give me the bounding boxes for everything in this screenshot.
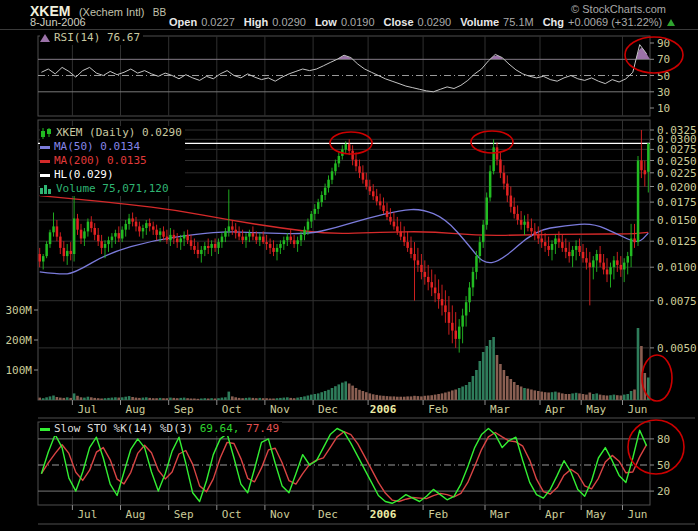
volume-bar bbox=[289, 398, 292, 400]
candle-body bbox=[503, 173, 506, 184]
volume-bar bbox=[413, 396, 416, 400]
volume-bar bbox=[179, 398, 182, 400]
candle-body bbox=[541, 239, 544, 243]
candle-body bbox=[506, 184, 509, 196]
volume-bar bbox=[527, 389, 530, 400]
volume-bar bbox=[231, 396, 234, 400]
volume-bar bbox=[107, 398, 110, 400]
stochastic-legend-label: Slow STO %K(14) %D(3) bbox=[54, 422, 193, 435]
candle-body bbox=[486, 198, 489, 225]
candle-body bbox=[420, 265, 423, 272]
sto-tick-label: 50 bbox=[657, 459, 670, 472]
annotation-ellipse bbox=[625, 37, 683, 73]
volume-bar bbox=[496, 355, 499, 400]
candle-body bbox=[241, 237, 244, 241]
candle-body bbox=[640, 161, 643, 171]
candle-body bbox=[393, 222, 396, 227]
volume-bar bbox=[571, 393, 574, 400]
volume-bar bbox=[73, 393, 76, 400]
volume-bar bbox=[616, 395, 619, 400]
candle-body bbox=[386, 211, 389, 217]
volume-bar bbox=[369, 393, 372, 400]
volume-bar bbox=[166, 398, 169, 400]
volume-bar bbox=[97, 398, 100, 400]
candle-body bbox=[176, 239, 179, 243]
candle-body bbox=[197, 250, 200, 254]
candle-body bbox=[314, 209, 317, 214]
candle-body bbox=[647, 143, 650, 172]
volume-bar bbox=[49, 396, 52, 400]
volume-bar bbox=[585, 395, 588, 400]
annotation-ellipse bbox=[628, 420, 684, 474]
volume-bar bbox=[530, 390, 533, 401]
candle-body bbox=[627, 256, 630, 263]
candle-body bbox=[530, 228, 533, 231]
candle-body bbox=[527, 222, 530, 229]
rsi-indicator-icon bbox=[40, 34, 50, 42]
hl-legend-label: HL(0.029) bbox=[54, 168, 114, 181]
price-tick-label: 0.0100 bbox=[657, 261, 697, 274]
volume-bar bbox=[145, 397, 148, 400]
month-label: Jun bbox=[628, 508, 648, 521]
volume-legend-row: Volume 75,071,120 bbox=[40, 182, 182, 196]
volume-bar bbox=[406, 396, 409, 400]
candle-body bbox=[489, 171, 492, 197]
rsi-line bbox=[41, 45, 646, 92]
volume-bar bbox=[578, 393, 581, 400]
price-tick-label: 0.0075 bbox=[657, 295, 697, 308]
volume-bar bbox=[561, 393, 564, 400]
volume-bar bbox=[637, 328, 640, 400]
candle-body bbox=[516, 214, 519, 220]
volume-bar bbox=[461, 387, 464, 401]
month-label: Jul bbox=[77, 508, 97, 521]
candle-body bbox=[248, 233, 251, 237]
candle-body bbox=[523, 222, 526, 225]
annotation-ellipse bbox=[642, 355, 672, 401]
candle-body bbox=[633, 239, 636, 243]
volume-bar bbox=[317, 393, 320, 400]
price-tick-label: 0.0125 bbox=[657, 235, 697, 248]
volume-bar bbox=[389, 396, 392, 400]
volume-bar bbox=[609, 395, 612, 400]
volume-bar bbox=[396, 397, 399, 400]
volume-bar bbox=[592, 394, 595, 400]
candle-body bbox=[125, 224, 128, 230]
candle-body bbox=[351, 151, 354, 160]
volume-bar bbox=[138, 398, 141, 400]
candle-body bbox=[45, 244, 48, 256]
candle-body bbox=[472, 272, 475, 288]
candle-body bbox=[317, 202, 320, 209]
month-label: Oct bbox=[222, 508, 242, 521]
volume-bar bbox=[241, 398, 244, 400]
volume-bar bbox=[441, 393, 444, 400]
volume-bar bbox=[121, 397, 124, 400]
volume-bar bbox=[159, 398, 162, 400]
volume-bar bbox=[200, 399, 203, 401]
candle-body bbox=[180, 239, 183, 243]
volume-bar bbox=[506, 376, 509, 400]
volume-bar bbox=[362, 391, 365, 400]
sto-tick-label: 80 bbox=[657, 433, 670, 446]
volume-bar bbox=[221, 398, 224, 400]
candle-body bbox=[458, 327, 461, 339]
volume-bar bbox=[386, 396, 389, 400]
volume-bar bbox=[534, 390, 537, 400]
volume-bar bbox=[393, 396, 396, 400]
volume-bar bbox=[558, 393, 561, 401]
volume-bar bbox=[351, 386, 354, 400]
volume-bar bbox=[234, 397, 237, 400]
candle-body bbox=[269, 244, 272, 248]
month-label: Aug bbox=[126, 508, 146, 521]
volume-bar bbox=[547, 393, 550, 401]
candle-body bbox=[307, 222, 310, 230]
candle-body bbox=[400, 231, 403, 236]
price-tick-label: 0.0225 bbox=[657, 167, 697, 180]
candle-body bbox=[149, 223, 152, 226]
ma50-line bbox=[40, 210, 649, 274]
candle-body bbox=[644, 170, 647, 174]
candle-body bbox=[59, 237, 62, 248]
candle-body bbox=[358, 166, 361, 173]
candle-body bbox=[616, 260, 619, 265]
candle-body bbox=[228, 226, 231, 231]
rsi-tick-label: 30 bbox=[657, 86, 670, 99]
